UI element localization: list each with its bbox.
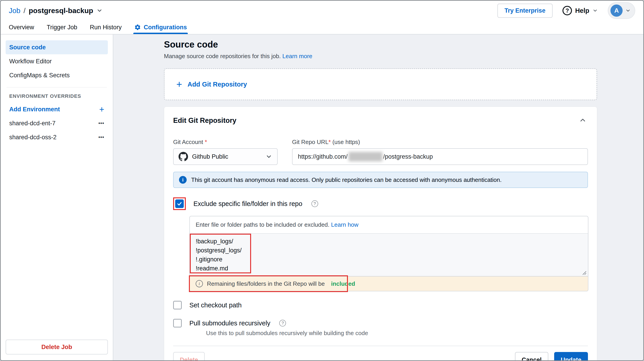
anonymous-access-info-banner: i This git account has anonymous read ac… xyxy=(173,172,588,188)
card-footer: Delete Cancel Update xyxy=(173,346,588,360)
checkmark-icon xyxy=(176,201,182,207)
info-banner-text: This git account has anonymous read acce… xyxy=(191,176,502,183)
chevron-down-icon xyxy=(266,153,272,160)
environment-name: shared-dcd-ent-7 xyxy=(9,120,56,127)
set-checkout-path-label: Set checkout path xyxy=(189,301,242,309)
sidebar-item-workflow-editor[interactable]: Workflow Editor xyxy=(6,54,108,68)
tab-bar: Overview Trigger Job Run History Configu… xyxy=(1,21,643,35)
field-labels-row: Git Account * Git Repo URL* (use https) xyxy=(173,139,588,146)
help-tooltip-icon[interactable]: ? xyxy=(279,320,286,326)
git-repo-url-prefix: https://github.com/ xyxy=(298,153,348,160)
info-icon: i xyxy=(179,176,187,184)
path-line: !backup_logs/ xyxy=(196,237,582,246)
sidebar-item-environment[interactable]: shared-dcd-ent-7 ••• xyxy=(6,116,108,130)
chevron-down-icon[interactable] xyxy=(96,8,103,14)
top-header: Job / postgresql-backup Try Enterprise ?… xyxy=(1,1,643,21)
remaining-files-banner: i Remaining files/folders in the Git Rep… xyxy=(189,276,588,291)
environment-overrides-heading: ENVIRONMENT OVERRIDES xyxy=(9,93,104,99)
sidebar-item-source-code[interactable]: Source code xyxy=(6,40,108,54)
git-repo-url-hint: (use https) xyxy=(332,139,360,145)
main-content: Source code Manage source code repositor… xyxy=(113,35,643,360)
tab-overview[interactable]: Overview xyxy=(9,21,34,34)
breadcrumb-job-name: postgresql-backup xyxy=(28,7,93,15)
page-subtitle-text: Manage source code repositories for this… xyxy=(164,53,281,60)
remaining-banner-text: Remaining files/folders in the Git Repo … xyxy=(207,280,325,287)
required-asterisk: * xyxy=(205,139,207,145)
app-window: Job / postgresql-backup Try Enterprise ?… xyxy=(0,0,644,361)
add-git-repository-button[interactable]: + Add Git Repository xyxy=(164,68,597,100)
pull-submodules-label: Pull submodules recursively xyxy=(189,319,270,327)
redacted-username xyxy=(348,152,382,161)
delete-job-button[interactable]: Delete Job xyxy=(6,339,108,354)
gear-icon xyxy=(134,24,141,31)
tab-trigger-job[interactable]: Trigger Job xyxy=(47,21,78,34)
page-subtitle: Manage source code repositories for this… xyxy=(164,53,597,60)
pull-submodules-description: Use this to pull submodules recursively … xyxy=(206,330,588,337)
help-icon: ? xyxy=(562,6,572,15)
resize-handle-icon[interactable] xyxy=(581,269,586,275)
exclude-checkbox[interactable] xyxy=(175,199,184,208)
sidebar-item-environment[interactable]: shared-dcd-oss-2 ••• xyxy=(6,130,108,144)
help-tooltip-icon[interactable]: ? xyxy=(312,200,318,207)
chevron-down-icon xyxy=(625,8,631,13)
plus-icon: + xyxy=(176,79,182,89)
remaining-banner-highlight: included xyxy=(331,280,355,287)
plus-icon: + xyxy=(99,105,104,114)
paths-hint: Enter file or folder paths to be include… xyxy=(190,216,588,233)
exclude-row: Exclude specific file/folder in this rep… xyxy=(173,197,588,210)
more-options-icon[interactable]: ••• xyxy=(98,120,104,126)
learn-more-link[interactable]: Learn more xyxy=(282,53,312,60)
path-line: !.gitignore xyxy=(196,255,582,264)
update-button[interactable]: Update xyxy=(554,352,588,360)
git-repo-url-label: Git Repo URL* (use https) xyxy=(292,139,360,146)
chevron-down-icon xyxy=(592,8,598,13)
exclude-checkbox-label: Exclude specific file/folder in this rep… xyxy=(194,200,302,208)
git-repo-url-suffix-text: /postgress-backup xyxy=(383,153,433,160)
avatar: A xyxy=(610,5,622,17)
breadcrumb-job-link[interactable]: Job xyxy=(9,7,20,15)
path-line: !readme.md xyxy=(196,264,582,273)
add-environment-button[interactable]: Add Environment + xyxy=(6,102,108,116)
help-label: Help xyxy=(575,7,589,15)
breadcrumb: Job / postgresql-backup xyxy=(9,7,103,15)
cancel-button[interactable]: Cancel xyxy=(515,352,548,360)
add-environment-label: Add Environment xyxy=(9,106,60,113)
git-account-select[interactable]: Github Public xyxy=(173,148,278,165)
header-actions: Try Enterprise ? Help A xyxy=(498,2,635,19)
tab-configurations-label: Configurations xyxy=(144,24,187,31)
more-options-icon[interactable]: ••• xyxy=(98,134,104,140)
set-checkout-path-checkbox[interactable] xyxy=(173,301,182,309)
config-sidebar: Source code Workflow Editor ConfigMaps &… xyxy=(1,35,113,360)
github-icon xyxy=(178,152,188,161)
delete-button[interactable]: Delete xyxy=(173,352,205,360)
help-menu[interactable]: ? Help xyxy=(562,6,598,15)
collapse-card-button[interactable] xyxy=(578,115,588,126)
git-account-label: Git Account * xyxy=(173,139,292,146)
red-annotation-box xyxy=(173,197,186,210)
page-title: Source code xyxy=(164,40,597,50)
sidebar-item-configmaps-secrets[interactable]: ConfigMaps & Secrets xyxy=(6,68,108,82)
required-asterisk: * xyxy=(328,139,331,145)
user-menu[interactable]: A xyxy=(608,2,635,19)
pull-submodules-row: Pull submodules recursively ? xyxy=(173,319,588,327)
set-checkout-path-row: Set checkout path xyxy=(173,301,588,309)
card-title: Edit Git Repository xyxy=(173,117,236,125)
add-git-repository-label: Add Git Repository xyxy=(188,81,247,88)
breadcrumb-separator: / xyxy=(24,7,26,15)
tab-run-history[interactable]: Run History xyxy=(90,21,122,34)
pull-submodules-checkbox[interactable] xyxy=(173,319,182,327)
edit-git-repository-card: Edit Git Repository Git Account * Git Re… xyxy=(164,107,597,360)
info-outline-icon: i xyxy=(196,280,203,287)
try-enterprise-button[interactable]: Try Enterprise xyxy=(498,4,553,18)
path-line: !postgresql_logs/ xyxy=(196,246,582,255)
git-account-value: Github Public xyxy=(192,153,262,160)
environment-name: shared-dcd-oss-2 xyxy=(9,134,56,141)
paths-textarea[interactable]: !backup_logs/ !postgresql_logs/ !.gitign… xyxy=(190,233,588,276)
exclude-paths-box: Enter file or folder paths to be include… xyxy=(189,216,588,276)
git-repo-url-input[interactable]: https://github.com//postgress-backup xyxy=(292,148,588,165)
learn-how-link[interactable]: Learn how xyxy=(331,221,358,228)
chevron-up-icon xyxy=(579,116,586,124)
tab-configurations[interactable]: Configurations xyxy=(134,21,187,34)
